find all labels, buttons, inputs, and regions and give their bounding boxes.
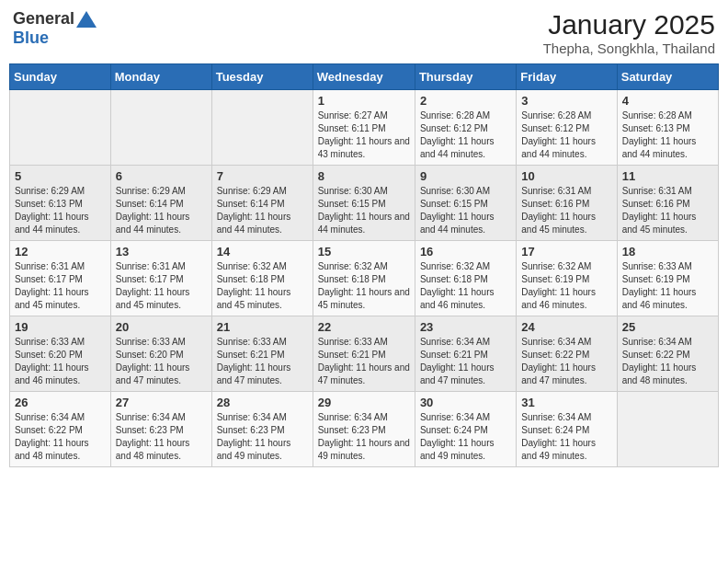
day-number: 17	[521, 245, 611, 259]
calendar-cell: 6Sunrise: 6:29 AMSunset: 6:14 PMDaylight…	[110, 166, 211, 241]
day-of-week-header: Tuesday	[211, 64, 313, 90]
calendar-cell	[10, 90, 111, 166]
day-info: Sunrise: 6:28 AMSunset: 6:13 PMDaylight:…	[622, 109, 713, 161]
day-number: 2	[420, 94, 511, 108]
day-info: Sunrise: 6:33 AMSunset: 6:19 PMDaylight:…	[622, 260, 713, 312]
day-number: 1	[318, 94, 410, 108]
calendar-cell: 22Sunrise: 6:33 AMSunset: 6:21 PMDayligh…	[313, 316, 415, 392]
day-number: 23	[420, 320, 511, 334]
day-of-week-header: Sunday	[10, 64, 111, 90]
day-of-week-header: Monday	[110, 64, 211, 90]
day-info: Sunrise: 6:29 AMSunset: 6:14 PMDaylight:…	[217, 185, 308, 236]
day-info: Sunrise: 6:30 AMSunset: 6:15 PMDaylight:…	[420, 185, 511, 236]
day-number: 19	[15, 320, 106, 334]
calendar-cell: 20Sunrise: 6:33 AMSunset: 6:20 PMDayligh…	[110, 316, 211, 392]
logo: General Blue	[13, 9, 97, 48]
day-info: Sunrise: 6:34 AMSunset: 6:22 PMDaylight:…	[15, 411, 106, 463]
day-number: 24	[521, 320, 611, 334]
calendar-cell	[617, 392, 718, 467]
day-number: 27	[116, 396, 207, 409]
day-number: 29	[318, 396, 410, 409]
day-info: Sunrise: 6:34 AMSunset: 6:24 PMDaylight:…	[420, 411, 511, 463]
calendar-cell: 15Sunrise: 6:32 AMSunset: 6:18 PMDayligh…	[313, 241, 415, 316]
calendar-cell: 18Sunrise: 6:33 AMSunset: 6:19 PMDayligh…	[617, 241, 718, 316]
calendar-cell: 8Sunrise: 6:30 AMSunset: 6:15 PMDaylight…	[313, 166, 415, 241]
calendar-week-row: 19Sunrise: 6:33 AMSunset: 6:20 PMDayligh…	[10, 316, 719, 392]
day-number: 28	[217, 396, 308, 409]
svg-marker-0	[76, 11, 97, 28]
calendar-week-row: 5Sunrise: 6:29 AMSunset: 6:13 PMDaylight…	[10, 166, 719, 241]
day-info: Sunrise: 6:34 AMSunset: 6:22 PMDaylight:…	[521, 336, 611, 387]
day-number: 22	[318, 320, 410, 334]
logo-icon	[76, 11, 97, 28]
day-number: 3	[521, 94, 611, 108]
calendar-cell: 23Sunrise: 6:34 AMSunset: 6:21 PMDayligh…	[415, 316, 516, 392]
month-title: January 2025	[543, 9, 715, 40]
day-info: Sunrise: 6:34 AMSunset: 6:22 PMDaylight:…	[622, 336, 713, 387]
calendar-cell: 11Sunrise: 6:31 AMSunset: 6:16 PMDayligh…	[617, 166, 718, 241]
day-info: Sunrise: 6:34 AMSunset: 6:21 PMDaylight:…	[420, 336, 511, 387]
calendar-cell: 10Sunrise: 6:31 AMSunset: 6:16 PMDayligh…	[517, 166, 617, 241]
day-number: 14	[217, 245, 308, 259]
calendar-cell: 19Sunrise: 6:33 AMSunset: 6:20 PMDayligh…	[10, 316, 111, 392]
calendar-cell: 21Sunrise: 6:33 AMSunset: 6:21 PMDayligh…	[211, 316, 313, 392]
calendar-cell: 14Sunrise: 6:32 AMSunset: 6:18 PMDayligh…	[211, 241, 313, 316]
calendar-cell: 25Sunrise: 6:34 AMSunset: 6:22 PMDayligh…	[617, 316, 718, 392]
day-number: 20	[116, 320, 207, 334]
day-of-week-header: Thursday	[415, 64, 516, 90]
day-number: 12	[15, 245, 106, 259]
calendar-week-row: 26Sunrise: 6:34 AMSunset: 6:22 PMDayligh…	[10, 392, 719, 467]
day-number: 31	[521, 396, 611, 409]
calendar-week-row: 12Sunrise: 6:31 AMSunset: 6:17 PMDayligh…	[10, 241, 719, 316]
day-number: 18	[622, 245, 713, 259]
day-info: Sunrise: 6:27 AMSunset: 6:11 PMDaylight:…	[318, 109, 410, 161]
day-info: Sunrise: 6:32 AMSunset: 6:18 PMDaylight:…	[420, 260, 511, 312]
day-info: Sunrise: 6:33 AMSunset: 6:21 PMDaylight:…	[217, 336, 308, 387]
day-number: 30	[420, 396, 511, 409]
day-info: Sunrise: 6:31 AMSunset: 6:17 PMDaylight:…	[116, 260, 207, 312]
day-info: Sunrise: 6:34 AMSunset: 6:23 PMDaylight:…	[217, 411, 308, 463]
day-number: 26	[15, 396, 106, 409]
day-number: 5	[15, 169, 106, 183]
day-number: 6	[116, 169, 207, 183]
calendar-cell: 17Sunrise: 6:32 AMSunset: 6:19 PMDayligh…	[517, 241, 617, 316]
day-info: Sunrise: 6:28 AMSunset: 6:12 PMDaylight:…	[420, 109, 511, 161]
calendar-cell: 2Sunrise: 6:28 AMSunset: 6:12 PMDaylight…	[415, 90, 516, 166]
day-info: Sunrise: 6:28 AMSunset: 6:12 PMDaylight:…	[521, 109, 611, 161]
calendar-cell	[211, 90, 313, 166]
day-number: 15	[318, 245, 410, 259]
calendar-cell: 5Sunrise: 6:29 AMSunset: 6:13 PMDaylight…	[10, 166, 111, 241]
day-of-week-header: Friday	[517, 64, 617, 90]
logo-blue: Blue	[13, 29, 49, 47]
calendar-cell: 16Sunrise: 6:32 AMSunset: 6:18 PMDayligh…	[415, 241, 516, 316]
calendar-cell: 4Sunrise: 6:28 AMSunset: 6:13 PMDaylight…	[617, 90, 718, 166]
logo-general: General	[13, 9, 74, 29]
calendar-cell: 9Sunrise: 6:30 AMSunset: 6:15 PMDaylight…	[415, 166, 516, 241]
calendar-cell: 7Sunrise: 6:29 AMSunset: 6:14 PMDaylight…	[211, 166, 313, 241]
day-number: 16	[420, 245, 511, 259]
day-number: 21	[217, 320, 308, 334]
page-header: General Blue January 2025 Thepha, Songkh…	[9, 9, 719, 56]
day-info: Sunrise: 6:33 AMSunset: 6:21 PMDaylight:…	[318, 336, 410, 387]
location-title: Thepha, Songkhla, Thailand	[543, 40, 715, 56]
day-number: 13	[116, 245, 207, 259]
day-info: Sunrise: 6:31 AMSunset: 6:16 PMDaylight:…	[521, 185, 611, 236]
day-of-week-header: Saturday	[617, 64, 718, 90]
calendar-cell: 30Sunrise: 6:34 AMSunset: 6:24 PMDayligh…	[415, 392, 516, 467]
day-info: Sunrise: 6:33 AMSunset: 6:20 PMDaylight:…	[15, 336, 106, 387]
title-block: January 2025 Thepha, Songkhla, Thailand	[543, 9, 715, 56]
calendar-week-row: 1Sunrise: 6:27 AMSunset: 6:11 PMDaylight…	[10, 90, 719, 166]
day-info: Sunrise: 6:32 AMSunset: 6:19 PMDaylight:…	[521, 260, 611, 312]
calendar-cell: 13Sunrise: 6:31 AMSunset: 6:17 PMDayligh…	[110, 241, 211, 316]
calendar-cell: 31Sunrise: 6:34 AMSunset: 6:24 PMDayligh…	[517, 392, 617, 467]
calendar-cell: 1Sunrise: 6:27 AMSunset: 6:11 PMDaylight…	[313, 90, 415, 166]
calendar-cell: 24Sunrise: 6:34 AMSunset: 6:22 PMDayligh…	[517, 316, 617, 392]
calendar-cell: 28Sunrise: 6:34 AMSunset: 6:23 PMDayligh…	[211, 392, 313, 467]
day-info: Sunrise: 6:32 AMSunset: 6:18 PMDaylight:…	[217, 260, 308, 312]
day-number: 25	[622, 320, 713, 334]
calendar-table: SundayMondayTuesdayWednesdayThursdayFrid…	[9, 63, 719, 467]
day-info: Sunrise: 6:32 AMSunset: 6:18 PMDaylight:…	[318, 260, 410, 312]
day-info: Sunrise: 6:34 AMSunset: 6:24 PMDaylight:…	[521, 411, 611, 463]
logo-text: General Blue	[13, 9, 97, 48]
day-number: 7	[217, 169, 308, 183]
